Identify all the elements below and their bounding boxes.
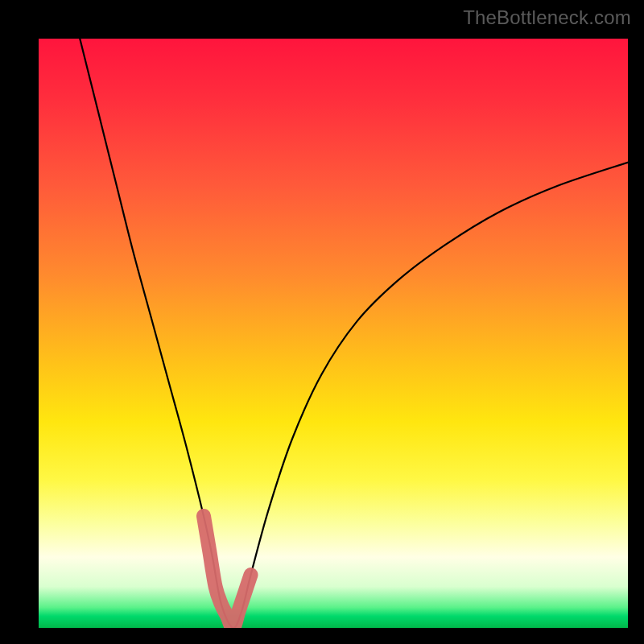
curve-layer xyxy=(39,39,628,628)
chart-frame: TheBottleneck.com xyxy=(0,0,644,644)
watermark-text: TheBottleneck.com xyxy=(463,6,631,29)
highlight-region xyxy=(204,516,251,628)
plot-area xyxy=(39,39,628,628)
bottleneck-curve xyxy=(80,39,628,628)
